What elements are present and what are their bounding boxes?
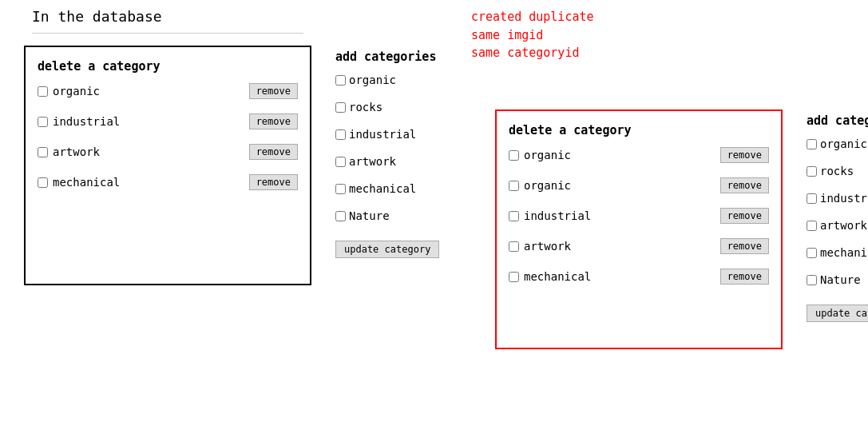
r-artwork-checkbox-1[interactable] xyxy=(509,241,519,252)
list-item: artwork xyxy=(335,155,463,168)
right-delete-panel-title: delete a category xyxy=(509,123,769,137)
right-add-panel-title: add categories xyxy=(807,113,868,128)
list-item: industrial xyxy=(807,192,868,205)
list-item: mechanical xyxy=(335,182,463,195)
table-row: organic remove xyxy=(38,83,298,99)
table-row: artwork remove xyxy=(509,238,769,254)
r-organic-label-1: organic xyxy=(524,149,571,161)
r-add-mechanical-cb-1[interactable] xyxy=(807,248,817,258)
organic-label-1: organic xyxy=(53,85,100,98)
r-organic-checkbox-1[interactable] xyxy=(509,150,519,161)
right-update-button[interactable]: update category xyxy=(807,305,868,322)
add-organic-cb-1[interactable] xyxy=(335,75,346,86)
mechanical-checkbox-1[interactable] xyxy=(38,177,48,188)
organic-checkbox-1[interactable] xyxy=(38,86,48,97)
r-organic-remove-btn-2[interactable]: remove xyxy=(720,177,769,193)
page-header: In the database xyxy=(8,8,860,25)
add-mechanical-label-1: mechanical xyxy=(349,182,416,195)
table-row: mechanical remove xyxy=(38,174,298,190)
r-add-organic-cb-1[interactable] xyxy=(807,139,817,149)
r-industrial-label-1: industrial xyxy=(524,209,591,222)
r-artwork-label-1: artwork xyxy=(524,240,571,253)
r-add-nature-label-1: Nature xyxy=(820,273,861,286)
mechanical-remove-btn-1[interactable]: remove xyxy=(249,174,298,190)
add-mechanical-cb-1[interactable] xyxy=(335,184,346,194)
r-add-artwork-cb-1[interactable] xyxy=(807,221,817,231)
add-industrial-label-1: industrial xyxy=(349,128,416,141)
add-rocks-label-1: rocks xyxy=(349,101,382,113)
right-delete-panel: delete a category organic remove organic… xyxy=(495,109,783,349)
table-row: industrial remove xyxy=(38,113,298,129)
add-industrial-cb-1[interactable] xyxy=(335,129,346,140)
list-item: organic xyxy=(335,74,463,86)
left-delete-panel: delete a category organic remove industr… xyxy=(24,46,311,285)
add-organic-label-1: organic xyxy=(349,74,396,86)
add-artwork-label-1: artwork xyxy=(349,155,396,168)
organic-remove-btn-1[interactable]: remove xyxy=(249,83,298,99)
add-nature-label-1: Nature xyxy=(349,209,390,222)
add-artwork-cb-1[interactable] xyxy=(335,157,346,167)
main-layout: delete a category organic remove industr… xyxy=(8,46,860,349)
list-item: mechanical xyxy=(807,246,868,259)
r-mechanical-checkbox-1[interactable] xyxy=(509,272,519,282)
mechanical-label-1: mechanical xyxy=(53,176,120,189)
error-message: created duplicate same imgid same catego… xyxy=(471,8,594,62)
table-row: organic remove xyxy=(509,147,769,163)
list-item: rocks xyxy=(335,101,463,113)
add-rocks-cb-1[interactable] xyxy=(335,102,346,113)
add-nature-cb-1[interactable] xyxy=(335,211,346,221)
table-row: artwork remove xyxy=(38,144,298,160)
left-delete-panel-title: delete a category xyxy=(38,59,298,74)
r-organic-checkbox-2[interactable] xyxy=(509,181,519,191)
artwork-checkbox-1[interactable] xyxy=(38,147,48,157)
industrial-remove-btn-1[interactable]: remove xyxy=(249,113,298,129)
table-row: organic remove xyxy=(509,177,769,193)
r-add-rocks-label-1: rocks xyxy=(820,165,854,177)
r-add-nature-cb-1[interactable] xyxy=(807,275,817,285)
table-row: mechanical remove xyxy=(509,269,769,285)
left-add-panel: add categories organic rocks industrial … xyxy=(335,46,463,258)
r-add-industrial-label-1: industrial xyxy=(820,192,868,205)
left-add-panel-title: add categories xyxy=(335,50,463,64)
left-section: delete a category organic remove industr… xyxy=(24,46,463,285)
left-update-button[interactable]: update category xyxy=(335,241,439,258)
r-organic-remove-btn-1[interactable]: remove xyxy=(720,147,769,163)
table-row: industrial remove xyxy=(509,208,769,224)
r-industrial-checkbox-1[interactable] xyxy=(509,211,519,221)
r-mechanical-remove-btn-1[interactable]: remove xyxy=(720,269,769,285)
r-add-artwork-label-1: artwork xyxy=(820,219,867,232)
artwork-remove-btn-1[interactable]: remove xyxy=(249,144,298,160)
r-artwork-remove-btn-1[interactable]: remove xyxy=(720,238,769,254)
r-organic-label-2: organic xyxy=(524,179,571,192)
industrial-label-1: industrial xyxy=(53,115,120,128)
right-add-panel: add categories organic rocks industrial … xyxy=(807,109,868,322)
divider xyxy=(32,33,303,34)
list-item: industrial xyxy=(335,128,463,141)
right-section: delete a category organic remove organic… xyxy=(495,109,868,349)
r-add-rocks-cb-1[interactable] xyxy=(807,166,817,177)
r-add-organic-label-1: organic xyxy=(820,137,867,150)
r-add-mechanical-label-1: mechanical xyxy=(820,246,868,259)
industrial-checkbox-1[interactable] xyxy=(38,117,48,127)
list-item: artwork xyxy=(807,219,868,232)
r-mechanical-label-1: mechanical xyxy=(524,270,591,283)
r-add-industrial-cb-1[interactable] xyxy=(807,193,817,204)
list-item: Nature xyxy=(807,273,868,286)
list-item: rocks xyxy=(807,165,868,177)
r-industrial-remove-btn-1[interactable]: remove xyxy=(720,208,769,224)
list-item: Nature xyxy=(335,209,463,222)
list-item: organic xyxy=(807,137,868,150)
artwork-label-1: artwork xyxy=(53,145,100,158)
